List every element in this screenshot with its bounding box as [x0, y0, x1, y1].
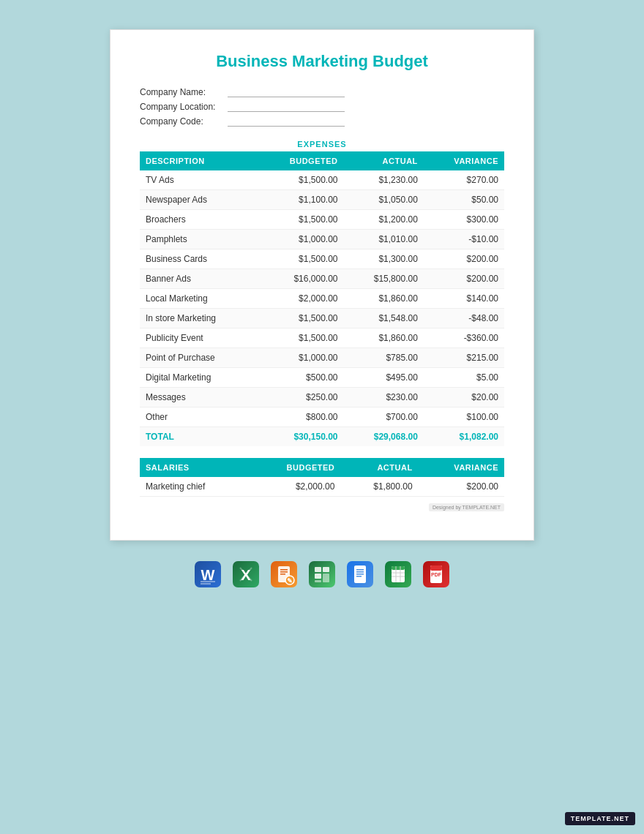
col-budgeted: BUDGETED [258, 151, 343, 170]
company-code-field[interactable] [228, 116, 345, 127]
cell-actual: $1,860.00 [344, 328, 424, 348]
svg-rect-37 [430, 566, 442, 571]
svg-rect-2 [201, 581, 215, 582]
table-row: Newspaper Ads $1,100.00 $1,050.00 $50.00 [140, 190, 504, 210]
svg-rect-20 [315, 580, 321, 582]
cell-description: Publicity Event [140, 328, 258, 348]
app-icon-word[interactable]: W [195, 561, 221, 590]
svg-rect-15 [309, 561, 335, 587]
col-salaries: SALARIES [140, 458, 249, 477]
svg-text:PDF: PDF [431, 572, 442, 577]
svg-text:✎: ✎ [287, 577, 293, 585]
svg-rect-25 [356, 574, 364, 575]
table-row: Business Cards $1,500.00 $1,300.00 $200.… [140, 249, 504, 269]
cell-budgeted: $2,000.00 [249, 477, 340, 497]
svg-rect-11 [280, 571, 288, 573]
svg-rect-23 [356, 569, 364, 571]
cell-description: Business Cards [140, 249, 258, 269]
cell-budgeted: $250.00 [258, 388, 343, 407]
document: Business Marketing Budget Company Name: … [110, 29, 534, 541]
svg-rect-29 [392, 566, 405, 570]
cell-budgeted: $1,000.00 [258, 348, 343, 368]
salaries-header-row: SALARIES BUDGETED ACTUAL VARIANCE [140, 458, 504, 477]
cell-description: Newspaper Ads [140, 190, 258, 210]
svg-rect-12 [280, 574, 285, 575]
total-variance: $1,082.00 [424, 427, 504, 447]
cell-budgeted: $1,500.00 [258, 309, 343, 328]
cell-variance: $20.00 [424, 388, 504, 407]
svg-rect-10 [280, 569, 288, 571]
total-label: TOTAL [140, 427, 258, 447]
table-row: Other $800.00 $700.00 $100.00 [140, 407, 504, 427]
cell-actual: $1,548.00 [344, 309, 424, 328]
total-budgeted: $30,150.00 [258, 427, 343, 447]
col-sal-variance: VARIANCE [419, 458, 504, 477]
table-row: Marketing chief $2,000.00 $1,800.00 $200… [140, 477, 504, 497]
cell-budgeted: $500.00 [258, 368, 343, 388]
company-name-label: Company Name: [140, 87, 228, 97]
cell-variance: $50.00 [424, 190, 504, 210]
watermark-text: Designed by TEMPLATE.NET [429, 503, 504, 511]
svg-rect-24 [356, 571, 364, 573]
app-icon-gdocs[interactable] [347, 561, 373, 590]
app-icons-bar: W X ✎ [195, 561, 449, 590]
app-icon-excel[interactable]: X [233, 561, 259, 590]
cell-variance: $300.00 [424, 210, 504, 230]
table-row: TV Ads $1,500.00 $1,230.00 $270.00 [140, 170, 504, 190]
cell-budgeted: $1,500.00 [258, 249, 343, 269]
table-row: Pamphlets $1,000.00 $1,010.00 -$10.00 [140, 230, 504, 249]
cell-description: Broachers [140, 210, 258, 230]
cell-variance: -$360.00 [424, 328, 504, 348]
cell-variance: $200.00 [424, 249, 504, 269]
cell-budgeted: $1,100.00 [258, 190, 343, 210]
svg-rect-19 [323, 574, 329, 582]
svg-rect-3 [201, 583, 211, 585]
col-sal-budgeted: BUDGETED [249, 458, 340, 477]
company-name-field[interactable] [228, 87, 345, 97]
company-location-label: Company Location: [140, 102, 228, 112]
company-location-row: Company Location: [140, 102, 504, 112]
app-icon-numbers[interactable] [309, 561, 335, 590]
app-icon-pages[interactable]: ✎ [271, 561, 297, 590]
cell-description: Local Marketing [140, 289, 258, 309]
cell-variance: $140.00 [424, 289, 504, 309]
cell-description: Banner Ads [140, 269, 258, 289]
cell-variance: -$48.00 [424, 309, 504, 328]
cell-description: Marketing chief [140, 477, 249, 497]
company-location-field[interactable] [228, 102, 345, 112]
svg-rect-17 [323, 567, 329, 572]
cell-description: Point of Purchase [140, 348, 258, 368]
col-description: DESCRIPTION [140, 151, 258, 170]
cell-description: Pamphlets [140, 230, 258, 249]
cell-actual: $230.00 [344, 388, 424, 407]
cell-budgeted: $800.00 [258, 407, 343, 427]
col-variance: VARIANCE [424, 151, 504, 170]
expenses-section-title: EXPENSES [140, 140, 504, 149]
cell-actual: $1,010.00 [344, 230, 424, 249]
cell-variance: $5.00 [424, 368, 504, 388]
cell-actual: $1,050.00 [344, 190, 424, 210]
company-name-row: Company Name: [140, 87, 504, 97]
table-row: Local Marketing $2,000.00 $1,860.00 $140… [140, 289, 504, 309]
cell-variance: $100.00 [424, 407, 504, 427]
col-actual: ACTUAL [344, 151, 424, 170]
watermark: Designed by TEMPLATE.NET [140, 504, 504, 511]
company-code-label: Company Code: [140, 116, 228, 127]
total-actual: $29,068.00 [344, 427, 424, 447]
svg-rect-26 [356, 576, 362, 577]
app-icon-gsheets[interactable] [385, 561, 411, 590]
cell-variance: $200.00 [424, 269, 504, 289]
salaries-table: SALARIES BUDGETED ACTUAL VARIANCE Market… [140, 458, 504, 497]
table-row: Messages $250.00 $230.00 $20.00 [140, 388, 504, 407]
app-icon-pdf[interactable]: PDF [423, 561, 449, 590]
template-badge: TEMPLATE.NET [565, 812, 635, 825]
table-row: Point of Purchase $1,000.00 $785.00 $215… [140, 348, 504, 368]
expenses-table: DESCRIPTION BUDGETED ACTUAL VARIANCE TV … [140, 151, 504, 446]
svg-text:W: W [201, 567, 215, 583]
cell-budgeted: $16,000.00 [258, 269, 343, 289]
cell-description: In store Marketing [140, 309, 258, 328]
table-row: Digital Marketing $500.00 $495.00 $5.00 [140, 368, 504, 388]
expenses-header-row: DESCRIPTION BUDGETED ACTUAL VARIANCE [140, 151, 504, 170]
cell-description: Digital Marketing [140, 368, 258, 388]
cell-actual: $1,800.00 [340, 477, 418, 497]
